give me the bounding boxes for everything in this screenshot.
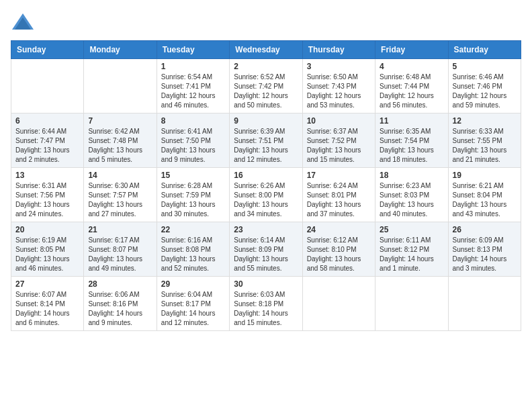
calendar-cell: 28Sunrise: 6:06 AM Sunset: 8:16 PM Dayli… (84, 277, 157, 331)
calendar-cell: 11Sunrise: 6:35 AM Sunset: 7:54 PM Dayli… (375, 113, 448, 168)
day-info: Sunrise: 6:09 AM Sunset: 8:13 PM Dayligh… (453, 236, 517, 273)
day-number: 30 (234, 279, 298, 289)
calendar-cell (375, 277, 448, 331)
calendar-cell (302, 277, 375, 331)
day-number: 22 (161, 225, 225, 234)
calendar-cell (84, 59, 157, 113)
calendar-week-row: 20Sunrise: 6:19 AM Sunset: 8:05 PM Dayli… (11, 222, 521, 277)
weekday-header: Thursday (302, 41, 375, 59)
calendar-cell (11, 59, 84, 113)
calendar-cell: 8Sunrise: 6:41 AM Sunset: 7:50 PM Daylig… (157, 113, 229, 168)
calendar-cell: 1Sunrise: 6:54 AM Sunset: 7:41 PM Daylig… (157, 59, 229, 113)
calendar-cell: 27Sunrise: 6:07 AM Sunset: 8:14 PM Dayli… (11, 277, 84, 331)
calendar-cell: 19Sunrise: 6:21 AM Sunset: 8:04 PM Dayli… (448, 168, 521, 222)
day-number: 15 (161, 171, 225, 180)
calendar-cell: 30Sunrise: 6:03 AM Sunset: 8:18 PM Dayli… (230, 277, 302, 331)
weekday-header: Sunday (11, 41, 84, 59)
weekday-header: Monday (84, 41, 157, 59)
day-number: 8 (161, 116, 225, 126)
calendar-cell: 20Sunrise: 6:19 AM Sunset: 8:05 PM Dayli… (11, 222, 84, 277)
day-number: 21 (88, 225, 152, 234)
day-info: Sunrise: 6:33 AM Sunset: 7:55 PM Dayligh… (453, 127, 517, 165)
day-info: Sunrise: 6:50 AM Sunset: 7:43 PM Dayligh… (307, 73, 371, 110)
day-number: 1 (161, 62, 225, 71)
day-number: 12 (453, 116, 517, 126)
day-number: 26 (453, 225, 517, 234)
calendar-cell: 2Sunrise: 6:52 AM Sunset: 7:42 PM Daylig… (230, 59, 302, 113)
day-number: 5 (453, 62, 517, 71)
calendar-header-row: SundayMondayTuesdayWednesdayThursdayFrid… (11, 41, 521, 59)
day-info: Sunrise: 6:21 AM Sunset: 8:04 PM Dayligh… (453, 181, 517, 219)
day-number: 29 (161, 279, 225, 289)
day-info: Sunrise: 6:54 AM Sunset: 7:41 PM Dayligh… (161, 73, 225, 110)
day-number: 25 (380, 225, 443, 234)
day-info: Sunrise: 6:46 AM Sunset: 7:46 PM Dayligh… (453, 73, 517, 110)
calendar-cell: 5Sunrise: 6:46 AM Sunset: 7:46 PM Daylig… (448, 59, 521, 113)
day-info: Sunrise: 6:19 AM Sunset: 8:05 PM Dayligh… (15, 236, 79, 273)
day-number: 11 (380, 116, 443, 126)
day-info: Sunrise: 6:23 AM Sunset: 8:03 PM Dayligh… (380, 181, 443, 219)
day-number: 9 (234, 116, 298, 126)
day-info: Sunrise: 6:31 AM Sunset: 7:56 PM Dayligh… (15, 181, 79, 219)
day-info: Sunrise: 6:17 AM Sunset: 8:07 PM Dayligh… (88, 236, 152, 273)
day-number: 20 (15, 225, 79, 234)
day-number: 16 (234, 171, 298, 180)
day-info: Sunrise: 6:06 AM Sunset: 8:16 PM Dayligh… (88, 290, 152, 328)
day-info: Sunrise: 6:28 AM Sunset: 7:59 PM Dayligh… (161, 181, 225, 219)
calendar-cell: 24Sunrise: 6:12 AM Sunset: 8:10 PM Dayli… (302, 222, 375, 277)
day-number: 27 (15, 279, 79, 289)
calendar-cell: 23Sunrise: 6:14 AM Sunset: 8:09 PM Dayli… (230, 222, 302, 277)
day-number: 19 (453, 171, 517, 180)
page-header (11, 11, 521, 35)
calendar-cell (448, 277, 521, 331)
day-info: Sunrise: 6:24 AM Sunset: 8:01 PM Dayligh… (307, 181, 371, 219)
calendar-cell: 29Sunrise: 6:04 AM Sunset: 8:17 PM Dayli… (157, 277, 229, 331)
day-info: Sunrise: 6:04 AM Sunset: 8:17 PM Dayligh… (161, 290, 225, 328)
day-number: 4 (380, 62, 443, 71)
day-number: 7 (88, 116, 152, 126)
logo-icon (11, 11, 35, 35)
calendar-cell: 13Sunrise: 6:31 AM Sunset: 7:56 PM Dayli… (11, 168, 84, 222)
calendar-cell: 17Sunrise: 6:24 AM Sunset: 8:01 PM Dayli… (302, 168, 375, 222)
day-info: Sunrise: 6:52 AM Sunset: 7:42 PM Dayligh… (234, 73, 298, 110)
calendar-week-row: 13Sunrise: 6:31 AM Sunset: 7:56 PM Dayli… (11, 168, 521, 222)
calendar-cell: 9Sunrise: 6:39 AM Sunset: 7:51 PM Daylig… (230, 113, 302, 168)
day-info: Sunrise: 6:42 AM Sunset: 7:48 PM Dayligh… (88, 127, 152, 165)
calendar-cell: 4Sunrise: 6:48 AM Sunset: 7:44 PM Daylig… (375, 59, 448, 113)
day-info: Sunrise: 6:44 AM Sunset: 7:47 PM Dayligh… (15, 127, 79, 165)
day-number: 24 (307, 225, 371, 234)
calendar-cell: 14Sunrise: 6:30 AM Sunset: 7:57 PM Dayli… (84, 168, 157, 222)
day-info: Sunrise: 6:12 AM Sunset: 8:10 PM Dayligh… (307, 236, 371, 273)
day-info: Sunrise: 6:14 AM Sunset: 8:09 PM Dayligh… (234, 236, 298, 273)
calendar-cell: 10Sunrise: 6:37 AM Sunset: 7:52 PM Dayli… (302, 113, 375, 168)
day-number: 10 (307, 116, 371, 126)
calendar-cell: 7Sunrise: 6:42 AM Sunset: 7:48 PM Daylig… (84, 113, 157, 168)
calendar-cell: 18Sunrise: 6:23 AM Sunset: 8:03 PM Dayli… (375, 168, 448, 222)
calendar-week-row: 6Sunrise: 6:44 AM Sunset: 7:47 PM Daylig… (11, 113, 521, 168)
day-info: Sunrise: 6:37 AM Sunset: 7:52 PM Dayligh… (307, 127, 371, 165)
calendar-cell: 26Sunrise: 6:09 AM Sunset: 8:13 PM Dayli… (448, 222, 521, 277)
day-info: Sunrise: 6:03 AM Sunset: 8:18 PM Dayligh… (234, 290, 298, 328)
day-number: 28 (88, 279, 152, 289)
calendar-cell: 3Sunrise: 6:50 AM Sunset: 7:43 PM Daylig… (302, 59, 375, 113)
day-number: 18 (380, 171, 443, 180)
calendar-cell: 16Sunrise: 6:26 AM Sunset: 8:00 PM Dayli… (230, 168, 302, 222)
day-info: Sunrise: 6:41 AM Sunset: 7:50 PM Dayligh… (161, 127, 225, 165)
calendar-cell: 22Sunrise: 6:16 AM Sunset: 8:08 PM Dayli… (157, 222, 229, 277)
day-number: 6 (15, 116, 79, 126)
calendar-cell: 6Sunrise: 6:44 AM Sunset: 7:47 PM Daylig… (11, 113, 84, 168)
calendar-table: SundayMondayTuesdayWednesdayThursdayFrid… (11, 40, 521, 331)
calendar-cell: 12Sunrise: 6:33 AM Sunset: 7:55 PM Dayli… (448, 113, 521, 168)
logo (11, 11, 36, 35)
weekday-header: Friday (375, 41, 448, 59)
day-info: Sunrise: 6:11 AM Sunset: 8:12 PM Dayligh… (380, 236, 443, 273)
calendar-cell: 25Sunrise: 6:11 AM Sunset: 8:12 PM Dayli… (375, 222, 448, 277)
day-number: 14 (88, 171, 152, 180)
weekday-header: Saturday (448, 41, 521, 59)
calendar-week-row: 27Sunrise: 6:07 AM Sunset: 8:14 PM Dayli… (11, 277, 521, 331)
day-info: Sunrise: 6:30 AM Sunset: 7:57 PM Dayligh… (88, 181, 152, 219)
day-number: 17 (307, 171, 371, 180)
day-number: 13 (15, 171, 79, 180)
weekday-header: Wednesday (230, 41, 302, 59)
calendar-week-row: 1Sunrise: 6:54 AM Sunset: 7:41 PM Daylig… (11, 59, 521, 113)
